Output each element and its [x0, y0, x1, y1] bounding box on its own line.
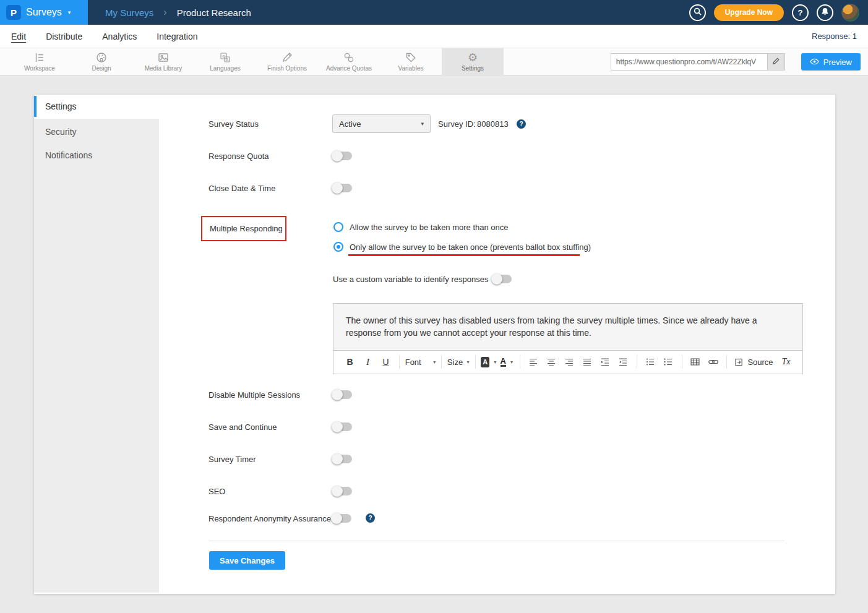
sidebar-item-settings[interactable]: Settings	[34, 96, 159, 117]
numbered-list-button[interactable]	[661, 354, 676, 370]
tab-integration[interactable]: Integration	[157, 32, 197, 41]
toolbar-item-languages[interactable]: aA Languages	[194, 48, 256, 75]
survey-id-help-icon[interactable]: ?	[517, 119, 526, 129]
anonymity-label: Respondent Anonymity Assurance	[208, 514, 331, 523]
disable-sessions-label: Disable Multiple Sessions	[208, 390, 300, 400]
align-left-button[interactable]	[526, 354, 541, 370]
remove-format-button[interactable]: Tx	[778, 354, 794, 370]
breadcrumb-my-surveys[interactable]: My Surveys	[105, 7, 153, 18]
toolbar-item-label: Variables	[398, 65, 424, 72]
notifications-button[interactable]	[817, 4, 833, 21]
insert-link-button[interactable]	[705, 354, 721, 370]
survey-nav-tabs: Edit Distribute Analytics Integration Re…	[0, 25, 868, 48]
custom-variable-toggle[interactable]	[492, 275, 512, 283]
response-quota-toggle[interactable]	[332, 152, 352, 160]
tab-edit[interactable]: Edit	[11, 32, 26, 41]
insert-table-button[interactable]	[687, 354, 703, 370]
product-switcher[interactable]: P Surveys ▾	[0, 0, 88, 25]
toolbar-item-workspace[interactable]: Workspace	[9, 48, 71, 75]
toolbar-item-media-library[interactable]: Media Library	[132, 48, 194, 75]
toolbar-item-advance-quotas[interactable]: Advance Quotas	[318, 48, 380, 75]
survey-status-label: Survey Status	[208, 119, 259, 129]
save-continue-toggle[interactable]	[332, 422, 352, 431]
toolbar-item-label: Media Library	[145, 65, 183, 72]
toolbar-item-label: Finish Options	[267, 65, 307, 72]
upgrade-button[interactable]: Upgrade Now	[714, 4, 784, 21]
size-dropdown[interactable]: Size ▾	[447, 354, 470, 370]
preview-button[interactable]: Preview	[801, 53, 861, 71]
close-date-toggle[interactable]	[332, 184, 352, 192]
palette-icon	[95, 51, 108, 64]
page-body: Settings Security Notifications Survey S…	[0, 75, 868, 613]
disable-sessions-toggle[interactable]	[332, 390, 352, 399]
toolbar-right: Preview	[611, 53, 861, 71]
toolbar-separator	[637, 355, 637, 369]
align-center-button[interactable]	[544, 354, 559, 370]
search-button[interactable]	[689, 4, 706, 21]
indent-increase-button[interactable]	[598, 354, 613, 370]
pen-icon	[281, 51, 293, 64]
font-dropdown[interactable]: Font ▾	[405, 354, 436, 370]
toolbar-item-label: Languages	[210, 65, 241, 72]
align-right-button[interactable]	[562, 354, 577, 370]
svg-text:a: a	[222, 54, 225, 58]
radio-only-once[interactable]	[333, 242, 343, 252]
toolbar-separator	[682, 355, 682, 369]
disabled-message-editor: The owner of this survey has disabled us…	[333, 303, 803, 374]
only-once-annotation-underline	[348, 254, 580, 256]
survey-id-label: Survey ID:	[438, 119, 476, 129]
svg-text:A: A	[226, 58, 229, 62]
toolbar-item-finish-options[interactable]: Finish Options	[256, 48, 318, 75]
underline-button[interactable]: U	[378, 354, 393, 370]
response-count[interactable]: Response: 1	[812, 32, 857, 41]
source-button[interactable]: Source	[733, 354, 776, 370]
toolbar-item-design[interactable]: Design	[71, 48, 132, 75]
toolbar-item-variables[interactable]: Variables	[380, 48, 442, 75]
save-continue-label: Save and Continue	[208, 422, 277, 432]
edit-url-button[interactable]	[767, 54, 784, 70]
toolbar-item-settings[interactable]: ⚙ Settings	[442, 48, 504, 75]
size-dropdown-label: Size	[447, 358, 463, 367]
toolbar-item-label: Advance Quotas	[326, 65, 372, 72]
settings-card: Settings Security Notifications Survey S…	[34, 95, 835, 594]
editor-message-text[interactable]: The owner of this survey has disabled us…	[333, 304, 802, 350]
radio-only-once-label: Only allow the survey to be taken once (…	[350, 242, 591, 252]
bold-button[interactable]: B	[342, 354, 358, 370]
response-quota-label: Response Quota	[208, 152, 269, 161]
align-justify-button[interactable]	[580, 354, 595, 370]
tab-distribute[interactable]: Distribute	[46, 32, 82, 41]
anonymity-toggle[interactable]	[332, 514, 351, 523]
font-dropdown-label: Font	[405, 358, 421, 367]
survey-timer-toggle[interactable]	[332, 455, 352, 463]
survey-url-input[interactable]	[611, 54, 767, 70]
help-button[interactable]: ?	[792, 4, 809, 21]
toolbar-separator	[399, 355, 400, 369]
bell-icon	[821, 7, 829, 18]
links-icon	[343, 51, 355, 64]
toolbar-item-label: Workspace	[24, 65, 55, 72]
survey-id-value: 8080813	[477, 119, 509, 129]
multiple-responding-annotation-box: Multiple Responding	[201, 216, 286, 241]
sidebar-item-notifications[interactable]: Notifications	[34, 144, 159, 167]
chevron-down-icon: ▾	[494, 359, 496, 365]
italic-button[interactable]: I	[360, 354, 376, 370]
survey-url-box	[611, 53, 785, 71]
background-color-button[interactable]: A ▾	[481, 354, 496, 370]
questionpro-logo: P	[6, 5, 21, 20]
text-color-button[interactable]: A ▾	[499, 354, 514, 370]
preview-label: Preview	[823, 58, 852, 67]
save-changes-button[interactable]: Save Changes	[209, 551, 285, 570]
sidebar-item-security[interactable]: Security	[34, 120, 159, 144]
tab-analytics[interactable]: Analytics	[102, 32, 137, 41]
radio-multiple-allowed[interactable]	[333, 222, 343, 232]
avatar[interactable]	[841, 4, 859, 22]
seo-toggle[interactable]	[332, 487, 352, 495]
form-divider	[208, 541, 784, 541]
anonymity-help-icon[interactable]: ?	[366, 513, 375, 523]
indent-decrease-button[interactable]	[616, 354, 631, 370]
survey-status-select[interactable]: Active ▾	[332, 114, 431, 133]
bulleted-list-button[interactable]	[643, 354, 658, 370]
topbar: P Surveys ▾ My Surveys › Product Researc…	[0, 0, 868, 25]
multiple-responding-label: Multiple Responding	[210, 224, 283, 233]
edit-toolbar: Workspace Design Media Library aA Langua…	[0, 48, 868, 75]
